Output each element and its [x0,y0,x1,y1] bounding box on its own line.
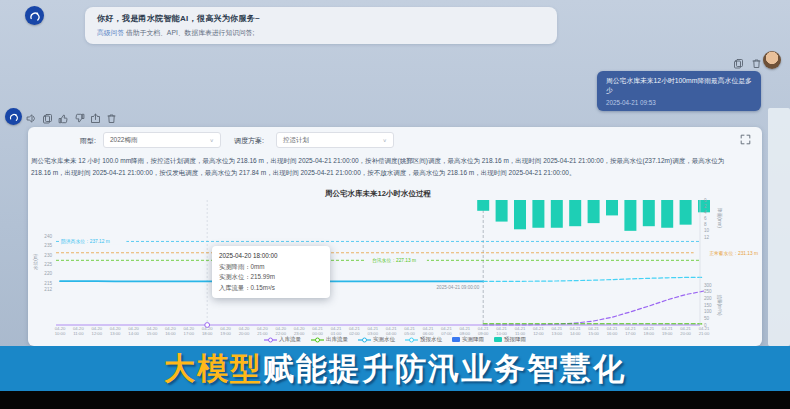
svg-text:10:00: 10:00 [496,331,507,336]
svg-text:15:00: 15:00 [588,331,599,336]
legend-line-marker [264,337,277,343]
svg-text:200: 200 [704,296,712,301]
fullscreen-icon[interactable] [740,131,751,149]
user-message-text: 周公宅水库未来12小时100mm降雨最高水位是多少 [606,76,752,96]
rain-type-select[interactable]: 2022梅雨 ∨ [103,132,221,148]
svg-text:04:00: 04:00 [386,331,397,336]
qa-mode-tag: 高级问答 [97,29,124,36]
banner-highlight: 大模型 [164,351,263,386]
user-avatar [763,51,781,69]
tooltip-rows: 实测降雨：0mm实测水位：215.99m入库流量：0.15m³/s [219,262,323,294]
sound-icon[interactable] [26,110,37,128]
greeting-desc: 高级问答 借助于文档、API、数据库表进行知识问答; [97,28,545,38]
tooltip-time: 2025-04-20 18:00:00 [219,251,323,262]
svg-text:2: 2 [704,204,707,209]
export-icon[interactable] [90,110,101,128]
svg-text:05:00: 05:00 [404,331,415,336]
svg-text:14:00: 14:00 [128,331,139,336]
svg-text:10:00: 10:00 [55,331,66,336]
water-level-chart[interactable]: 2025-04-21 09:00:00防洪高水位：237.12 m正常蓄水位：2… [28,198,762,338]
thumbs-up-icon[interactable] [58,110,69,128]
svg-text:18:00: 18:00 [202,331,213,336]
assistant-logo-icon [8,111,19,122]
assistant-logo-icon [28,9,41,22]
legend-rect-marker [494,337,502,342]
banner: 大模型赋能提升防汛业务智慧化 [0,346,790,391]
chevron-down-icon: ∨ [383,137,387,143]
legend-item[interactable]: 预报降雨 [494,336,526,343]
svg-text:正常蓄水位：231.13 m: 正常蓄水位：231.13 m [709,251,758,256]
svg-text:台汛水位：227.13 m: 台汛水位：227.13 m [372,257,416,264]
svg-text:11:00: 11:00 [515,331,526,336]
svg-text:10: 10 [704,228,710,233]
svg-text:03:00: 03:00 [368,331,379,336]
legend-label: 预报降雨 [504,336,526,343]
svg-text:16:00: 16:00 [607,331,618,336]
svg-text:13:00: 13:00 [552,331,563,336]
svg-text:17:00: 17:00 [184,331,195,336]
assistant-avatar [5,108,22,125]
svg-text:215: 215 [44,281,52,286]
legend-item[interactable]: 出库流量 [311,336,348,343]
svg-text:06:00: 06:00 [423,331,434,336]
svg-text:8: 8 [704,222,707,227]
svg-text:100: 100 [704,309,712,314]
thumbs-down-icon[interactable] [74,110,85,128]
svg-text:21:00: 21:00 [257,331,268,336]
legend-item[interactable]: 实测降雨 [452,336,484,343]
svg-text:20:00: 20:00 [680,331,691,336]
svg-text:23:00: 23:00 [294,331,305,336]
background: 你好，我是甬水院智能AI，很高兴为你服务~ 高级问答 借助于文档、API、数据库… [0,0,790,409]
assistant-greeting-bubble: 你好，我是甬水院智能AI，很高兴为你服务~ 高级问答 借助于文档、API、数据库… [85,7,557,44]
user-message-bubble: 周公宅水库未来12小时100mm降雨最高水位是多少 2025-04-21 09:… [597,71,761,111]
greeting-title: 你好，我是甬水院智能AI，很高兴为你服务~ [97,13,545,24]
svg-text:230: 230 [44,253,52,258]
qa-mode-desc: 借助于文档、API、数据库表进行知识问答; [126,29,254,36]
svg-text:01:00: 01:00 [331,331,342,336]
svg-text:08:00: 08:00 [460,331,471,336]
svg-text:02:00: 02:00 [349,331,360,336]
svg-text:20:00: 20:00 [239,331,250,336]
answer-text: 周公宅水库未来 12 小时 100.0 mm降雨，按控运计划调度，最高水位为 2… [31,155,733,178]
legend-item[interactable]: 预报水位 [405,336,442,343]
tooltip-row: 入库流量：0.15m³/s [219,283,323,294]
plan-select[interactable]: 控运计划 ∨ [276,132,394,148]
rain-type-value: 2022梅雨 [110,136,137,145]
rain-type-label: 雨型: [80,136,96,146]
screenshot-edge [768,108,790,346]
svg-text:212: 212 [44,287,52,292]
svg-text:18:00: 18:00 [644,331,655,336]
svg-text:水位(m): 水位(m) [33,253,38,270]
chart-legend: 入库流量出库流量实测水位预报水位实测降雨预报降雨 [28,336,762,343]
svg-text:6: 6 [704,216,707,221]
legend-item[interactable]: 实测水位 [358,336,395,343]
svg-text:19:00: 19:00 [220,331,231,336]
tooltip-row: 实测水位：215.99m [219,272,323,283]
trash-icon[interactable] [106,110,117,128]
svg-text:13:00: 13:00 [110,331,121,336]
svg-text:降雨(mm): 降雨(mm) [717,208,723,228]
legend-label: 实测降雨 [462,336,484,343]
svg-text:235: 235 [44,243,52,248]
svg-text:150: 150 [704,303,712,308]
chart-tooltip: 2025-04-20 18:00:00 实测降雨：0mm实测水位：215.99m… [212,246,330,298]
copy-icon[interactable] [42,110,53,128]
legend-label: 预报水位 [420,336,442,343]
banner-rest: 赋能提升防汛业务智慧化 [263,351,626,386]
svg-text:15:00: 15:00 [147,331,158,336]
svg-text:12:00: 12:00 [533,331,544,336]
legend-item[interactable]: 入库流量 [264,336,301,343]
legend-label: 入库流量 [279,336,301,343]
svg-text:16:00: 16:00 [165,331,176,336]
message-timestamp: 2025-04-21 09:53 [606,99,752,106]
svg-text:流量(m³/s): 流量(m³/s) [716,294,722,316]
svg-text:21:00: 21:00 [699,331,710,336]
svg-text:22:00: 22:00 [276,331,287,336]
plan-value: 控运计划 [283,136,309,145]
chevron-down-icon: ∨ [210,137,214,143]
assistant-avatar [25,6,44,25]
plan-label: 调度方案: [234,136,264,146]
svg-text:17:00: 17:00 [625,331,636,336]
svg-text:00:00: 00:00 [312,331,323,336]
legend-line-marker [358,337,371,343]
